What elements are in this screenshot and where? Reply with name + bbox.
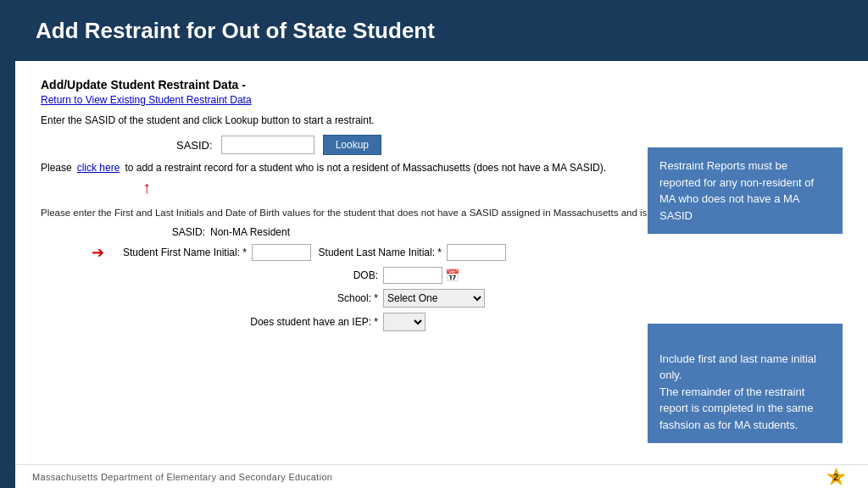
page-header: Add Restraint for Out of State Student	[15, 0, 868, 61]
calendar-icon[interactable]: 📅	[445, 269, 459, 282]
lookup-button[interactable]: Lookup	[323, 135, 381, 155]
click-here-prefix: Please	[41, 162, 72, 174]
click-here-suffix: to add a restraint record for a student …	[125, 162, 606, 174]
page-badge: ★ 2	[821, 462, 851, 489]
last-name-input[interactable]	[447, 244, 506, 261]
red-arrow-inline: ➔	[92, 243, 104, 262]
iep-label: Does student have an IEP: *	[239, 316, 383, 328]
name-initial-row: ➔ Student First Name Initial: * Student …	[92, 243, 843, 262]
dob-label: DOB:	[239, 269, 383, 281]
iep-select[interactable]: Yes No	[383, 313, 426, 331]
dob-row: DOB: 📅	[92, 267, 843, 284]
tooltip-box-2: Include first and last name initial only…	[648, 324, 843, 443]
left-accent-bar	[0, 0, 15, 488]
school-label: School: *	[239, 292, 383, 304]
instruction-text-1: Enter the SASID of the student and click…	[41, 114, 843, 126]
footer: Massachusetts Department of Elementary a…	[15, 464, 868, 488]
tooltip-box-1: Restraint Reports must be reported for a…	[648, 147, 843, 234]
sasid-field-value: Non-MA Resident	[210, 226, 290, 238]
sasid-field-label: SASID:	[92, 226, 210, 238]
return-link[interactable]: Return to View Existing Student Restrain…	[41, 94, 252, 106]
school-select[interactable]: Select One	[383, 289, 485, 308]
page-title: Add Restraint for Out of State Student	[36, 18, 435, 44]
section-title: Add/Update Student Restraint Data -	[41, 78, 843, 92]
click-here-link[interactable]: click here	[77, 162, 120, 174]
footer-org: Massachusetts Department of Elementary a…	[32, 472, 332, 482]
dob-input[interactable]	[383, 267, 442, 284]
page-number: 2	[833, 472, 838, 482]
main-content: Add/Update Student Restraint Data - Retu…	[15, 61, 868, 464]
tooltip-text-1: Restraint Reports must be reported for a…	[659, 159, 814, 222]
school-row: School: * Select One	[92, 289, 843, 308]
first-name-input[interactable]	[252, 244, 311, 261]
sasid-label: SASID:	[176, 139, 213, 152]
sasid-input[interactable]	[221, 136, 314, 154]
tooltip-text-2: Include first and last name initial only…	[659, 352, 816, 431]
last-name-label: Student Last Name Initial: *	[311, 247, 447, 258]
form-area: SASID: Non-MA Resident ➔ Student First N…	[41, 226, 843, 331]
first-name-label: Student First Name Initial: *	[108, 247, 252, 258]
